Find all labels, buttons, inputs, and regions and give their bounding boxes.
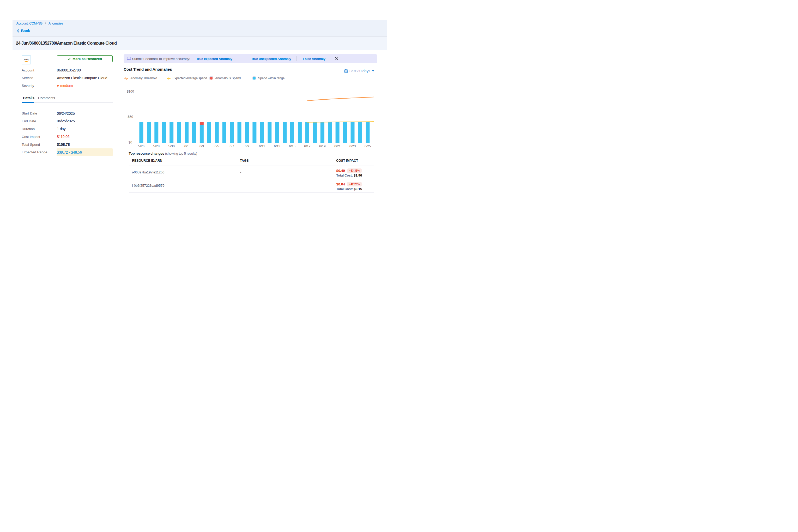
bar-6/2[interactable] <box>192 122 196 143</box>
feedback-prompt: Submit Feedback to improve accuracy: <box>132 54 190 63</box>
tab-comments[interactable]: Comments <box>38 96 55 100</box>
bar-5/30[interactable] <box>170 122 173 143</box>
x-axis-label: 6/19 <box>319 145 325 148</box>
resource-row-1[interactable]: i-06597ba197fe112b6-$0.49+33.33%Total Co… <box>129 166 374 179</box>
detail-label-cost-impact: Cost Impact <box>22 135 57 139</box>
legend-expected-average-spend[interactable]: Expected Average spend <box>167 76 207 81</box>
bar-6/25[interactable] <box>366 122 369 143</box>
detail-row-cost-impact: Cost Impact$119.06 <box>22 134 113 139</box>
bar-6/15[interactable] <box>290 122 294 143</box>
y-axis-label: $100 <box>127 90 134 93</box>
bar-6/14[interactable] <box>283 122 287 143</box>
x-axis-label: 6/11 <box>259 145 265 148</box>
legend-anomalous-spend[interactable]: Anomalous Spend <box>209 76 241 81</box>
bar-6/20[interactable] <box>328 122 332 143</box>
feedback-bar: Submit Feedback to improve accuracy: Tru… <box>124 54 377 63</box>
mark-as-resolved-button[interactable]: Mark as Resolved <box>57 55 113 62</box>
bar-6/8[interactable] <box>237 122 241 143</box>
total-cost: Total Cost: $0.15 <box>336 187 362 191</box>
resource-changes-heading-note: (showing top 5 results) <box>165 152 197 155</box>
column-tags: TAGS <box>240 159 249 163</box>
bar-5/27[interactable] <box>147 122 151 143</box>
caret-down-icon <box>372 70 375 72</box>
detail-label-duration: Duration <box>22 127 57 131</box>
detail-value-end-date: 06/25/2025 <box>57 119 75 123</box>
date-range-selector[interactable]: Last 30 days <box>344 69 375 73</box>
summary-row-severity: Severitymedium <box>22 83 113 88</box>
bar-anomaly-6/3[interactable] <box>200 122 204 125</box>
summary-label-severity: Severity <box>22 84 57 88</box>
legend-anomaly-threshold[interactable]: Anomaly Threshold <box>125 76 157 81</box>
legend-icon-pulse <box>167 76 171 80</box>
breadcrumb-account-link[interactable]: Account: CCM-NG <box>16 21 42 25</box>
feedback-true-expected[interactable]: True expected Anomaly <box>196 54 232 63</box>
resource-id[interactable]: i-0b6f257223cad9579 <box>132 184 164 188</box>
bar-6/13[interactable] <box>275 122 279 143</box>
resource-row-2[interactable]: i-0b6f257223cad9579-$0.04+42.26%Total Co… <box>129 179 374 193</box>
x-axis-label: 6/15 <box>289 145 295 148</box>
title-section: 24 Jun/868001352780/Amazon Elastic Compu… <box>13 37 387 50</box>
x-axis-label: 5/30 <box>168 145 174 148</box>
detail-row-start-date: Start Date06/24/2025 <box>22 111 113 116</box>
tab-details[interactable]: Details <box>23 96 34 100</box>
resource-id[interactable]: i-06597ba197fe112b6 <box>132 170 164 174</box>
summary-value-account: 868001352780 <box>57 68 81 72</box>
bar-6/17[interactable] <box>305 122 309 143</box>
breadcrumb-chevron-icon <box>44 22 47 24</box>
bar-6/7[interactable] <box>230 122 234 143</box>
legend-icon-square <box>209 76 213 80</box>
back-button[interactable]: Back <box>17 29 30 33</box>
resource-changes-heading: Top resource changes (showing top 5 resu… <box>129 152 197 155</box>
mark-as-resolved-label: Mark as Resolved <box>73 57 102 61</box>
feedback-chat-icon <box>127 54 131 63</box>
feedback-false-anomaly[interactable]: False Anomaly <box>303 54 325 63</box>
legend-icon-square <box>252 76 256 80</box>
bar-5/31[interactable] <box>177 122 181 143</box>
bar-6/18[interactable] <box>313 122 317 143</box>
detail-value-duration: 1 day <box>57 127 66 131</box>
total-cost: Total Cost: $1.96 <box>336 174 362 177</box>
bar-6/12[interactable] <box>268 122 271 143</box>
x-axis-label: 6/7 <box>229 145 234 148</box>
bar-5/28[interactable] <box>154 122 158 143</box>
detail-row-duration: Duration1 day <box>22 126 113 131</box>
bar-6/10[interactable] <box>252 122 256 143</box>
breadcrumb-anomalies-link[interactable]: Anomalies <box>49 21 63 25</box>
bar-6/5[interactable] <box>215 122 219 143</box>
summary-label-account: Account <box>22 68 57 72</box>
legend-label: Anomaly Threshold <box>130 76 157 80</box>
bar-6/19[interactable] <box>321 122 324 143</box>
bar-5/29[interactable] <box>162 122 166 143</box>
bar-6/21[interactable] <box>336 122 340 143</box>
x-axis-label: 6/1 <box>184 145 189 148</box>
x-axis-label: 6/13 <box>274 145 280 148</box>
x-axis-label: 6/3 <box>200 145 204 148</box>
bar-6/24[interactable] <box>358 122 362 143</box>
feedback-true-unexpected[interactable]: True unexpected Anomaly <box>251 54 291 63</box>
bar-6/6[interactable] <box>223 122 226 143</box>
severity-dot <box>57 85 59 87</box>
detail-value-start-date: 06/24/2025 <box>57 111 75 116</box>
detail-value-total-spend: $158.78 <box>57 142 70 147</box>
x-axis-label: 5/26 <box>138 145 145 148</box>
legend-spend-within-range[interactable]: Spend within range <box>252 76 285 81</box>
svg-text:aws: aws <box>24 58 28 60</box>
bar-6/16[interactable] <box>298 122 302 143</box>
bar-6/9[interactable] <box>245 122 249 143</box>
resource-cost-impact: $0.49+33.33%Total Cost: $1.96 <box>336 169 362 178</box>
detail-label-end-date: End Date <box>22 119 57 123</box>
page-title: 24 Jun/868001352780/Amazon Elastic Compu… <box>16 41 117 46</box>
bar-5/26[interactable] <box>139 122 143 143</box>
line-anomaly-threshold <box>307 97 374 101</box>
resource-tags: - <box>240 184 241 188</box>
feedback-close-icon[interactable] <box>335 54 339 63</box>
bar-6/1[interactable] <box>185 122 189 143</box>
bar-6/23[interactable] <box>350 122 355 143</box>
bar-6/4[interactable] <box>207 122 211 143</box>
detail-label-total-spend: Total Spend <box>22 142 57 147</box>
breadcrumb-section: Account: CCM-NG Anomalies Back <box>13 20 387 37</box>
bar-6/22[interactable] <box>343 122 347 143</box>
y-axis-label: $50 <box>128 115 133 119</box>
bar-6/3[interactable] <box>200 125 204 142</box>
bar-6/11[interactable] <box>260 122 264 143</box>
